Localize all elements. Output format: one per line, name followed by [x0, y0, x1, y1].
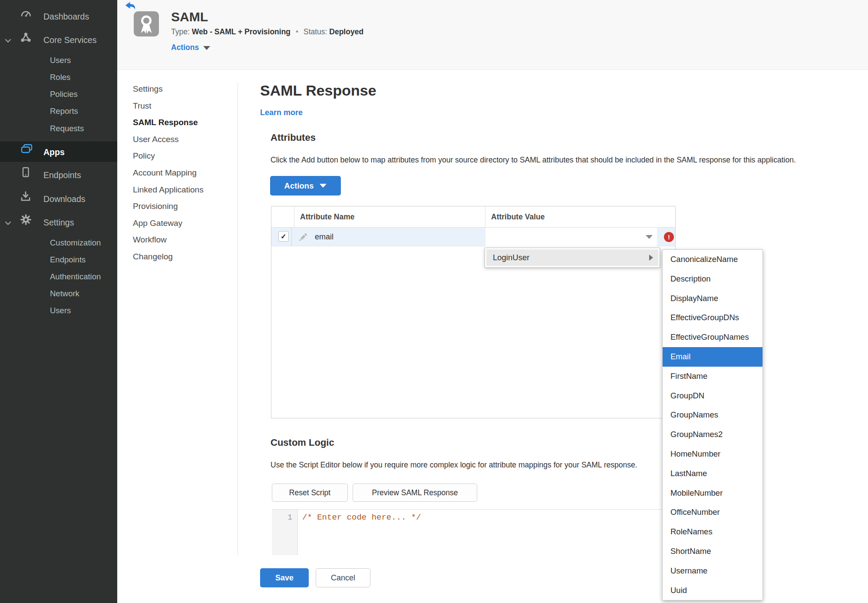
sidebar-item-label: Settings [43, 213, 74, 232]
status-label: Status: [304, 27, 327, 36]
app-type-status-line: Type: Web - SAML + Provisioning • Status… [171, 27, 363, 36]
value-dropdown-menu: LoginUser [485, 248, 660, 268]
subnav-item-account-mapping[interactable]: Account Mapping [133, 165, 233, 182]
sidebar-item-apps[interactable]: Apps [0, 142, 117, 162]
error-badge-icon: ! [664, 232, 674, 242]
sidebar-item-customization[interactable]: Customization [0, 234, 117, 251]
sidebar-item-requests[interactable]: Requests [0, 120, 117, 137]
sidebar-item-label: Roles [50, 69, 70, 86]
column-header-attribute-value: Attribute Value [491, 206, 545, 228]
type-label: Type: [171, 27, 190, 36]
attributes-table: Attribute Name Attribute Value ✓ email ! [271, 206, 676, 418]
page-title: SAML [171, 10, 208, 24]
sidebar-item-reports[interactable]: Reports [0, 103, 117, 119]
sidebar-item-core-services[interactable]: Core Services [0, 30, 117, 50]
submenu-item-lastname[interactable]: LastName [663, 464, 762, 484]
apps-icon [20, 142, 33, 162]
editor-line-gutter: 1 [272, 510, 298, 555]
submenu-item-shortname[interactable]: ShortName [663, 542, 762, 561]
submenu-item-homenumber[interactable]: HomeNumber [663, 444, 762, 464]
subnav-item-linked-applications[interactable]: Linked Applications [133, 182, 233, 199]
submenu-item-rolenames[interactable]: RoleNames [663, 522, 762, 542]
column-divider [485, 206, 485, 228]
line-number: 1 [287, 513, 292, 522]
edit-pencil-icon[interactable] [297, 232, 308, 245]
caret-down-icon [320, 184, 327, 188]
submenu-item-firstname[interactable]: FirstName [663, 367, 762, 386]
back-arrow-icon[interactable] [125, 2, 137, 12]
subnav-item-settings[interactable]: Settings [133, 81, 233, 98]
cancel-button[interactable]: Cancel [316, 568, 370, 587]
app-subnav: Settings Trust SAML Response User Access… [133, 81, 233, 265]
submenu-item-groupnames[interactable]: GroupNames [663, 405, 762, 425]
column-divider [294, 206, 294, 228]
sidebar-item-network[interactable]: Network [0, 285, 117, 302]
attributes-actions-button[interactable]: Actions [270, 176, 341, 195]
sidebar-item-label: Requests [50, 120, 84, 137]
sidebar-item-settings[interactable]: Settings [0, 213, 117, 232]
subnav-item-user-access[interactable]: User Access [133, 131, 233, 148]
column-header-attribute-name: Attribute Name [300, 206, 354, 228]
learn-more-link[interactable]: Learn more [260, 108, 303, 117]
subnav-item-saml-response[interactable]: SAML Response [133, 114, 233, 131]
submenu-item-username[interactable]: Username [663, 561, 762, 581]
sidebar-item-downloads[interactable]: Downloads [0, 189, 117, 209]
row-checkbox[interactable]: ✓ [278, 231, 289, 242]
header-actions-menu[interactable]: Actions [171, 43, 210, 52]
section-title: SAML Response [260, 82, 376, 99]
submenu-item-uuid[interactable]: Uuid [663, 581, 762, 600]
subnav-item-changelog[interactable]: Changelog [133, 248, 233, 265]
code-editor-content[interactable]: /* Enter code here... */ [302, 513, 421, 522]
sidebar-item-label: Endpoints [50, 251, 86, 268]
save-button[interactable]: Save [260, 568, 309, 587]
submenu-item-mobilenumber[interactable]: MobileNumber [663, 484, 762, 503]
mobile-device-icon [20, 166, 31, 185]
content-divider [238, 83, 238, 555]
subnav-item-provisioning[interactable]: Provisioning [133, 198, 233, 215]
reset-script-button[interactable]: Reset Script [272, 484, 348, 502]
sidebar-item-dashboards[interactable]: Dashboards [0, 7, 117, 26]
sidebar-item-label: Apps [43, 142, 65, 162]
sidebar-item-label: Endpoints [43, 166, 81, 185]
sidebar: Dashboards Core Services Users Roles Pol… [0, 0, 117, 603]
table-row[interactable]: ✓ email ! [271, 228, 675, 246]
subnav-item-app-gateway[interactable]: App Gateway [133, 215, 233, 232]
sidebar-item-label: Policies [50, 86, 78, 103]
submenu-item-effectivegroupnames[interactable]: EffectiveGroupNames [663, 328, 762, 347]
saml-app-badge-icon [134, 11, 159, 36]
custom-logic-description: Use the Script Editor below if you requi… [271, 461, 637, 470]
chevron-down-icon[interactable] [5, 30, 11, 50]
submenu-item-effectivegroupdns[interactable]: EffectiveGroupDNs [663, 308, 762, 328]
sidebar-item-authentication[interactable]: Authentication [0, 268, 117, 285]
submenu-item-canonicalizename[interactable]: CanonicalizeName [663, 250, 762, 269]
caret-down-icon [203, 46, 210, 50]
status-badge: Deployed [329, 27, 363, 36]
submenu-item-email[interactable]: Email [663, 347, 762, 367]
attributes-heading: Attributes [271, 132, 316, 143]
preview-saml-response-button[interactable]: Preview SAML Response [353, 484, 477, 502]
sidebar-item-label: Authentication [50, 268, 101, 285]
sidebar-item-endpoints-settings[interactable]: Endpoints [0, 251, 117, 268]
sidebar-item-roles[interactable]: Roles [0, 69, 117, 86]
subnav-item-workflow[interactable]: Workflow [133, 232, 233, 248]
sidebar-item-users[interactable]: Users [0, 52, 117, 69]
attribute-submenu: CanonicalizeName Description DisplayName… [662, 249, 763, 600]
sidebar-item-policies[interactable]: Policies [0, 86, 117, 103]
sidebar-item-label: Customization [50, 234, 101, 251]
menu-item-loginuser[interactable]: LoginUser [486, 249, 658, 266]
attribute-value-dropdown[interactable] [485, 228, 657, 246]
submenu-item-groupdn[interactable]: GroupDN [663, 386, 762, 406]
sidebar-item-endpoints[interactable]: Endpoints [0, 166, 117, 185]
sidebar-item-users-settings[interactable]: Users [0, 302, 117, 319]
submenu-item-groupnames2[interactable]: GroupNames2 [663, 425, 762, 444]
submenu-item-displayname[interactable]: DisplayName [663, 289, 762, 308]
chevron-down-icon[interactable] [5, 213, 11, 232]
subnav-item-policy[interactable]: Policy [133, 148, 233, 165]
bullet-separator: • [293, 27, 301, 36]
submenu-item-description[interactable]: Description [663, 269, 762, 289]
sidebar-item-label: Downloads [43, 189, 85, 209]
header-actions-label: Actions [171, 43, 199, 52]
download-icon [20, 189, 31, 209]
subnav-item-trust[interactable]: Trust [133, 98, 233, 115]
submenu-item-officenumber[interactable]: OfficeNumber [663, 503, 762, 522]
